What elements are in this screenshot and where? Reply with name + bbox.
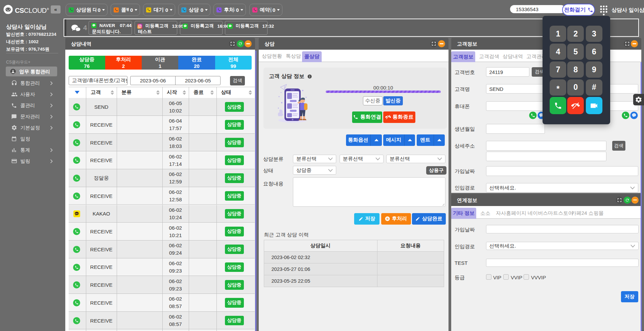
svg-text:TALK: TALK	[75, 213, 78, 214]
